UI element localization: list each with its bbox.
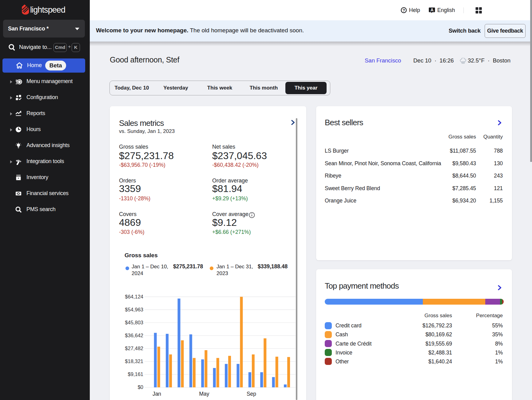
svg-text:$18,321: $18,321 [125,358,143,364]
svg-text:A: A [431,7,434,12]
svg-text:$9,161: $9,161 [128,371,143,377]
svg-text:$64,124: $64,124 [125,294,143,299]
svg-text:$0: $0 [138,384,143,390]
svg-text:$54,963: $54,963 [125,307,143,312]
svg-text:May: May [199,391,209,397]
svg-text:?: ? [403,8,405,13]
svg-text:Jan: Jan [153,391,161,397]
svg-text:Sep: Sep [247,391,256,397]
svg-text:$36,642: $36,642 [125,333,143,338]
svg-text:$45,803: $45,803 [125,320,143,325]
svg-text:$27,482: $27,482 [125,346,143,351]
